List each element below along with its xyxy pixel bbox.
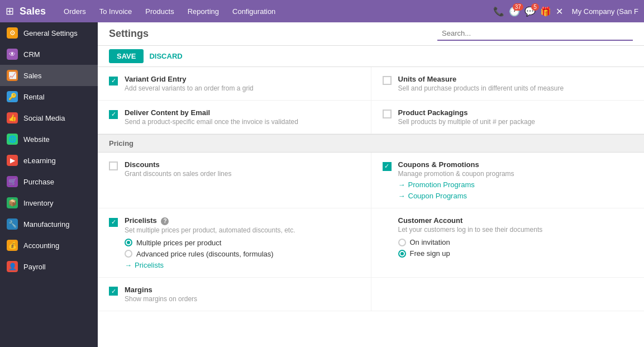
sidebar-item-purchase[interactable]: 🛒 Purchase [0,171,98,192]
sidebar-item-crm[interactable]: 👁 CRM [0,44,98,65]
clock-icon[interactable]: 🕐37 [509,6,520,17]
sidebar-label-accounting: Accounting [23,241,59,250]
feature-row-pricing: Discounts Grant discounts on sales order… [98,153,644,208]
rental-icon: 🔑 [7,91,18,102]
website-icon: 🌐 [7,134,18,145]
sidebar-item-social-media[interactable]: 👍 Social Media [0,107,98,129]
pricelists-radio-group: Multiple prices per product Advanced pri… [125,239,295,258]
pricelists-help-icon[interactable]: ? [161,217,169,225]
feature-col-customer-account: Customer Account Let your customers log … [371,208,645,277]
settings-title: Settings [109,28,149,40]
main-layout: ⚙ General Settings 👁 CRM 📈 Sales 🔑 Renta… [0,22,644,347]
feature-col-deliver: ✓ Deliver Content by Email Send a produc… [98,101,371,134]
feature-row-margins: ✓ Margins Show margins on orders [98,278,644,311]
radio-free-signup[interactable]: Free sign up [398,249,543,258]
checkbox-deliver[interactable]: ✓ [109,110,118,119]
nav-configuration[interactable]: Configuration [226,0,282,22]
feature-col-packagings: Product Packagings Sell products by mult… [371,101,645,134]
accounting-icon: 💰 [7,240,18,251]
sidebar-item-elearning[interactable]: ▶ eLearning [0,150,98,171]
coupon-programs-link[interactable]: → Coupon Programs [398,192,514,200]
promotion-programs-link[interactable]: → Promotion Programs [398,180,514,189]
feature-title-coupons: Coupons & Promotions [398,160,514,169]
phone-icon[interactable]: 📞 [493,6,504,17]
checkbox-variant-grid[interactable]: ✓ [109,77,118,85]
feature-desc-margins: Show margins on orders [125,295,197,303]
purchase-icon: 🛒 [7,176,18,187]
feature-col-coupons: ✓ Coupons & Promotions Manage promotion … [371,153,645,208]
feature-title-discounts: Discounts [125,160,231,169]
gift-icon[interactable]: 🎁 [540,6,551,17]
chat-badge: 5 [531,3,539,11]
sidebar-item-inventory[interactable]: 📦 Inventory [0,192,98,213]
sidebar-label-website: Website [23,135,50,144]
grid-icon[interactable]: ⊞ [6,5,14,17]
sidebar-item-website[interactable]: 🌐 Website [0,129,98,150]
sidebar-label-payroll: Payroll [23,263,46,271]
checkbox-margins[interactable]: ✓ [109,287,118,296]
manufacturing-icon: 🔧 [7,218,18,230]
nav-to-invoice[interactable]: To Invoice [93,0,139,22]
feature-title-customer-account: Customer Account [398,216,543,225]
sidebar-item-rental[interactable]: 🔑 Rental [0,86,98,107]
nav-products[interactable]: Products [139,0,180,22]
feature-desc-deliver: Send a product-specific email once the i… [125,118,298,126]
feature-title-deliver: Deliver Content by Email [125,108,298,117]
sidebar-item-general-settings[interactable]: ⚙ General Settings [0,22,98,44]
radio-advanced-price[interactable]: Advanced price rules (discounts, formula… [125,250,295,258]
radio-on-invitation[interactable]: On invitation [398,238,543,246]
feature-title-uom: Units of Measure [398,75,564,83]
payroll-icon: 👤 [7,261,18,272]
crm-icon: 👁 [7,49,18,60]
radio-circle-multiple [125,239,132,246]
close-icon[interactable]: ✕ [556,6,563,17]
feature-desc-variant-grid: Add several variants to an order from a … [125,84,254,92]
checkbox-uom[interactable] [383,76,392,85]
discard-button[interactable]: DISCARD [149,49,182,63]
sidebar-label-inventory: Inventory [23,199,53,207]
feature-row-pricelists: ✓ Pricelists ? Set multiple prices per p… [98,208,644,278]
feature-title-pricelists: Pricelists ? [125,216,295,225]
feature-desc-customer-account: Let your customers log in to see their d… [398,226,543,234]
nav-reporting[interactable]: Reporting [181,0,226,22]
radio-circle-invitation [398,239,406,246]
sidebar-item-accounting[interactable]: 💰 Accounting [0,235,98,256]
radio-circle-free [398,250,406,258]
search-input[interactable] [437,27,633,41]
sidebar: ⚙ General Settings 👁 CRM 📈 Sales 🔑 Renta… [0,22,98,347]
settings-content: ✓ Variant Grid Entry Add several variant… [98,67,644,347]
sidebar-label-purchase: Purchase [23,178,54,186]
radio-circle-advanced [125,250,132,258]
sidebar-label-manufacturing: Manufacturing [23,220,69,229]
feature-desc-coupons: Manage promotion & coupon programs [398,170,514,178]
btn-row: SAVE DISCARD [98,46,644,67]
feature-row-variants: ✓ Variant Grid Entry Add several variant… [98,67,644,101]
sidebar-item-manufacturing[interactable]: 🔧 Manufacturing [0,213,98,235]
sidebar-item-payroll[interactable]: 👤 Payroll [0,256,98,277]
nav-orders[interactable]: Orders [57,0,93,22]
save-button[interactable]: SAVE [109,49,144,63]
pricelists-link[interactable]: → Pricelists [125,261,295,269]
feature-desc-uom: Sell and purchase products in different … [398,84,564,92]
radio-multiple-prices[interactable]: Multiple prices per product [125,239,295,247]
elearning-icon: ▶ [7,155,18,166]
checkbox-discounts[interactable] [109,161,118,170]
sidebar-item-sales[interactable]: 📈 Sales [0,65,98,86]
feature-col-empty [371,278,645,311]
inventory-icon: 📦 [7,197,18,208]
app-title: Sales [20,6,46,17]
feature-title-packagings: Product Packagings [398,108,535,117]
checkbox-packagings[interactable] [383,110,392,118]
sales-icon: 📈 [7,70,18,81]
sidebar-label-sales: Sales [23,72,42,80]
clock-badge: 37 [513,3,523,11]
checkbox-coupons[interactable]: ✓ [383,162,392,171]
settings-icon: ⚙ [7,27,18,39]
checkbox-pricelists[interactable]: ✓ [109,218,118,227]
feature-col-pricelists: ✓ Pricelists ? Set multiple prices per p… [98,208,371,277]
company-name: My Company (San F [572,7,638,16]
chat-icon[interactable]: 💬5 [524,6,536,17]
sidebar-label-general: General Settings [23,29,78,37]
feature-col-variant-grid: ✓ Variant Grid Entry Add several variant… [98,67,371,100]
feature-row-deliver: ✓ Deliver Content by Email Send a produc… [98,101,644,134]
